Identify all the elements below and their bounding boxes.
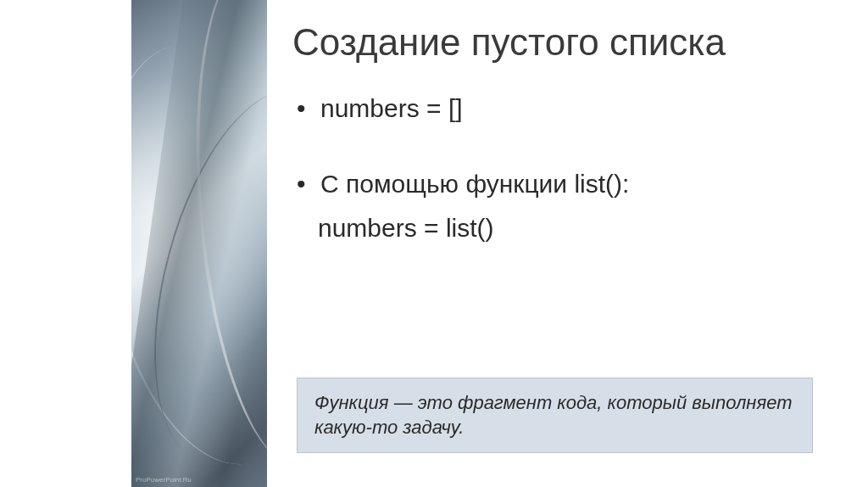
definition-box: Функция — это фрагмент кода, который вып…: [297, 378, 813, 453]
slide-content: Создание пустого списка numbers = [] С п…: [267, 0, 868, 487]
watermark-text: ProPowerPoint.Ru: [136, 476, 192, 484]
definition-text: Функция — это фрагмент кода, который вып…: [314, 390, 795, 440]
decorative-sidebar: ProPowerPoint.Ru: [131, 0, 267, 487]
bullet-item: С помощью функции list():: [297, 170, 834, 199]
bullet-list: numbers = [] С помощью функции list():: [297, 94, 834, 199]
slide-container: ProPowerPoint.Ru Создание пустого списка…: [0, 0, 868, 487]
bullet-item: numbers = []: [297, 94, 834, 123]
slide-title: Создание пустого списка: [292, 21, 834, 64]
sub-text: numbers = list(): [318, 214, 834, 243]
